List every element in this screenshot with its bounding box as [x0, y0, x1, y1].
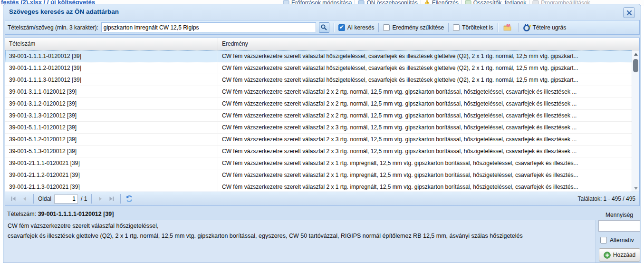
last-page-icon — [108, 195, 115, 202]
scroll-down-button[interactable] — [632, 185, 639, 192]
search-icon — [320, 24, 327, 31]
row-item-number[interactable]: 39-001-1.1.1.2-0120012 [39] — [5, 62, 218, 74]
vertical-scrollbar[interactable] — [632, 50, 639, 192]
quantity-label: Mennyiség — [597, 212, 641, 218]
refresh-button[interactable] — [125, 195, 134, 203]
row-item-number[interactable]: 39-001-1.1.1.3-0120012 [39] — [5, 74, 218, 86]
folder-heart-icon — [503, 23, 512, 31]
scrollbar-thumb[interactable] — [633, 59, 638, 72]
next-page-button[interactable] — [96, 195, 105, 203]
row-result-text[interactable]: CW fém vázszerkezetre szerelt válaszfal … — [218, 157, 632, 169]
add-plus-icon — [604, 252, 611, 259]
row-item-number[interactable]: 39-001-21.1.3-0120021 [39] — [5, 181, 218, 192]
separator — [33, 194, 34, 204]
table-row[interactable]: 39-001-21.1.2-0120021 [39] CW fém vázsze… — [5, 169, 639, 181]
search-dialog: Szöveges keresés az ÖN adattárban Tétels… — [3, 4, 641, 263]
search-button[interactable] — [319, 22, 329, 33]
results-count: Találatok: 1 - 495 / 495 — [578, 195, 635, 202]
table-row[interactable]: 39-001-3.1.2-0120012 [39] CW fém vázszer… — [5, 98, 639, 110]
goto-item-button[interactable]: Tételre ugrás — [523, 23, 567, 32]
row-item-number[interactable]: 39-001-5.1.2-0120012 [39] — [5, 134, 218, 145]
checkbox-box[interactable] — [600, 237, 607, 244]
table-row[interactable]: 39-001-5.1.2-0120012 [39] CW fém vázszer… — [5, 134, 639, 146]
table-row[interactable]: 39-001-1.1.1.3-0120012 [39] CW fém vázsz… — [5, 74, 639, 86]
row-result-text[interactable]: CW fém vázszerkezetre szerelt válaszfal … — [218, 110, 632, 121]
scroll-up-button[interactable] — [632, 50, 639, 58]
prev-page-button[interactable] — [20, 195, 29, 203]
row-item-number[interactable]: 39-001-21.1.1-0120021 [39] — [5, 157, 218, 169]
paging-toolbar: Oldal / 1 Találatok: 1 - 495 / 495 — [5, 192, 639, 205]
include-deleted-checkbox[interactable]: Törölteket is — [453, 24, 493, 31]
row-result-text[interactable]: CW fém vázszerkezetre szerelt válaszfal … — [218, 134, 632, 145]
search-input[interactable] — [101, 22, 316, 32]
separator — [120, 194, 121, 204]
row-item-number[interactable]: 39-001-1.1.1.1-0120012 [39] — [5, 50, 218, 62]
dialog-title: Szöveges keresés az ÖN adattárban — [9, 8, 119, 15]
ai-search-checkbox[interactable]: AI keresés — [338, 24, 375, 31]
next-page-icon — [97, 195, 104, 202]
separator — [91, 194, 92, 204]
last-page-button[interactable] — [107, 195, 116, 203]
row-result-text[interactable]: CW fém vázszerkezetre szerelt válaszfal … — [218, 146, 632, 157]
row-result-text[interactable]: CW fém vázszerkezetre szerelt válaszfal … — [218, 181, 632, 192]
table-row[interactable]: 39-001-3.1.1-0120012 [39] CW fém vázszer… — [5, 86, 639, 98]
results-grid: Tételszám Eredmény 39-001-1.1.1.1-012001… — [5, 38, 640, 206]
column-header-itemnumber[interactable]: Tételszám — [5, 38, 218, 50]
detail-item-label: Tételszám: — [7, 211, 36, 217]
item-description: CW fém vázszerkezetre szerelt válaszfal … — [4, 220, 596, 263]
arrow-up-icon — [634, 53, 638, 56]
table-row[interactable]: 39-001-5.1.1-0120012 [39] CW fém vázszer… — [5, 122, 639, 134]
separator — [498, 23, 498, 32]
table-row[interactable]: 39-001-21.1.1-0120021 [39] CW fém vázsze… — [5, 157, 639, 169]
alternative-checkbox[interactable]: Alternatív — [600, 237, 634, 244]
grid-header: Tételszám Eredmény — [5, 38, 639, 50]
favorites-folder-button[interactable] — [502, 22, 514, 33]
alternative-label: Alternatív — [610, 237, 634, 244]
on-logo-icon — [523, 23, 531, 32]
detail-item-number: 39-001-1.1.1.1-0120012 [39] — [38, 211, 114, 217]
page-number-input[interactable] — [54, 195, 78, 204]
refresh-icon — [125, 195, 133, 203]
separator — [518, 23, 519, 32]
table-row[interactable]: 39-001-21.1.3-0120021 [39] CW fém vázsze… — [5, 181, 639, 192]
row-item-number[interactable]: 39-001-3.1.3-0120012 [39] — [5, 110, 218, 121]
row-result-text[interactable]: CW fém vázszerkezetre szerelt válaszfal … — [218, 98, 632, 109]
add-button[interactable]: Hozzáad — [599, 248, 640, 262]
table-row[interactable]: 39-001-5.1.3-0120012 [39] CW fém vázszer… — [5, 146, 639, 157]
row-result-text[interactable]: CW fém vázszerkezetre szerelt válaszfal … — [218, 122, 632, 133]
separator — [334, 23, 334, 32]
row-result-text[interactable]: CW fém vázszerkezetre szerelt válaszfal … — [218, 169, 632, 181]
search-label: Tételszám/szöveg (min. 3 karakter): — [8, 24, 98, 31]
row-item-number[interactable]: 39-001-5.1.3-0120012 [39] — [5, 146, 218, 157]
checkbox-box[interactable] — [338, 24, 345, 31]
grid-body: 39-001-1.1.1.1-0120012 [39] CW fém vázsz… — [5, 50, 639, 192]
narrow-results-checkbox[interactable]: Eredmény szűkítése — [383, 24, 444, 31]
first-page-button[interactable] — [9, 195, 18, 203]
search-toolbar: Tételszám/szöveg (min. 3 karakter): AI k… — [5, 20, 640, 35]
checkbox-label: Eredmény szűkítése — [392, 24, 444, 31]
add-button-label: Hozzáad — [613, 252, 635, 258]
page-total: / 1 — [81, 195, 87, 202]
page-label: Oldal — [38, 195, 51, 202]
row-result-text[interactable]: CW fém vázszerkezetre szerelt válaszfal … — [218, 74, 632, 86]
row-result-text[interactable]: CW fém vázszerkezetre szerelt válaszfal … — [218, 86, 632, 97]
table-row[interactable]: 39-001-1.1.1.1-0120012 [39] CW fém vázsz… — [5, 50, 639, 62]
first-page-icon — [10, 195, 17, 202]
separator — [378, 23, 379, 32]
quantity-input[interactable] — [598, 220, 640, 232]
checkbox-label: Törölteket is — [462, 24, 493, 31]
row-item-number[interactable]: 39-001-5.1.1-0120012 [39] — [5, 122, 218, 133]
row-item-number[interactable]: 39-001-21.1.2-0120021 [39] — [5, 169, 218, 181]
row-result-text[interactable]: CW fém vázszerkezetre szerelt válaszfal … — [218, 50, 632, 62]
table-row[interactable]: 39-001-3.1.3-0120012 [39] CW fém vázszer… — [5, 110, 639, 122]
column-header-result[interactable]: Eredmény — [218, 38, 639, 50]
table-row[interactable]: 39-001-1.1.1.2-0120012 [39] CW fém vázsz… — [5, 62, 639, 74]
checkbox-box[interactable] — [453, 24, 460, 31]
goto-item-label: Tételre ugrás — [533, 24, 567, 31]
row-item-number[interactable]: 39-001-3.1.1-0120012 [39] — [5, 86, 218, 97]
checkbox-box[interactable] — [383, 24, 390, 31]
close-icon — [626, 10, 632, 16]
close-button[interactable] — [623, 7, 635, 18]
row-item-number[interactable]: 39-001-3.1.2-0120012 [39] — [5, 98, 218, 109]
row-result-text[interactable]: CW fém vázszerkezetre szerelt válaszfal … — [218, 62, 632, 74]
